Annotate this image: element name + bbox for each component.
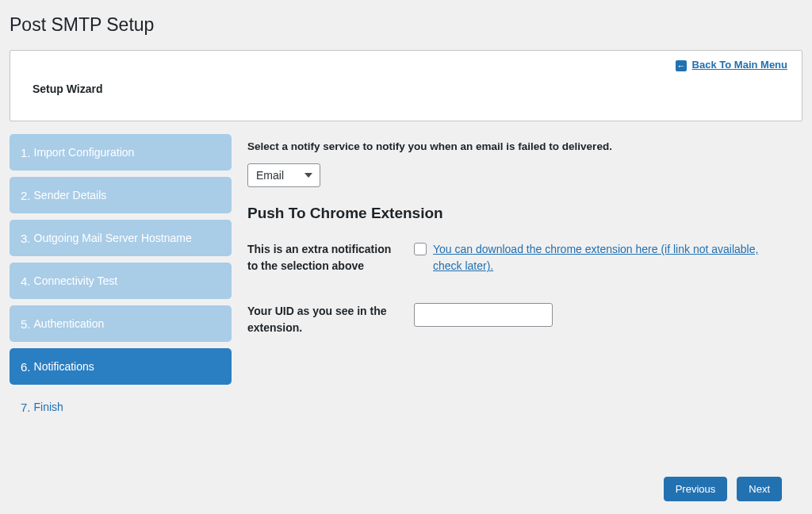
chrome-extension-download-link[interactable]: You can download the chrome extension he…: [433, 241, 779, 274]
step-num: 7.: [21, 401, 31, 414]
step-finish[interactable]: 7. Finish: [10, 391, 232, 423]
instruction-text: Select a notify service to notify you wh…: [247, 140, 779, 152]
step-outgoing-mail-server[interactable]: 3. Outgoing Mail Server Hostname: [10, 220, 232, 256]
uid-label: Your UID as you see in the extension.: [247, 303, 414, 336]
step-num: 6.: [21, 360, 31, 374]
step-authentication[interactable]: 5. Authentication: [10, 305, 232, 342]
step-label: Sender Details: [34, 189, 107, 201]
header-card: ← Back To Main Menu Setup Wizard: [10, 50, 802, 121]
step-num: 1.: [21, 146, 31, 159]
notify-service-select[interactable]: Email: [247, 163, 320, 187]
wizard-steps: 1. Import Configuration 2. Sender Detail…: [10, 134, 232, 429]
section-heading: Push To Chrome Extension: [247, 205, 779, 222]
back-link-wrap: ← Back To Main Menu: [676, 59, 787, 71]
step-label: Outgoing Mail Server Hostname: [34, 232, 192, 244]
previous-button[interactable]: Previous: [664, 477, 728, 501]
step-num: 3.: [21, 232, 31, 245]
step-connectivity-test[interactable]: 4. Connectivity Test: [10, 263, 232, 299]
uid-input[interactable]: [414, 303, 553, 327]
step-sender-details[interactable]: 2. Sender Details: [10, 177, 232, 213]
extra-notification-label: This is an extra notification to the sel…: [247, 241, 414, 274]
step-notifications[interactable]: 6. Notifications: [10, 348, 232, 385]
page-title: Post SMTP Setup: [10, 14, 802, 36]
chrome-extension-checkbox[interactable]: [414, 243, 427, 255]
setup-wizard-label: Setup Wizard: [33, 82, 787, 95]
next-button[interactable]: Next: [737, 477, 782, 501]
back-arrow-icon: ←: [676, 60, 687, 71]
step-label: Finish: [34, 401, 63, 413]
step-label: Notifications: [34, 360, 94, 373]
wizard-content: Select a notify service to notify you wh…: [247, 134, 802, 429]
step-num: 4.: [21, 274, 31, 288]
step-label: Import Configuration: [34, 146, 135, 159]
step-import-configuration[interactable]: 1. Import Configuration: [10, 134, 232, 171]
back-to-main-menu-link[interactable]: Back To Main Menu: [692, 59, 787, 71]
step-label: Connectivity Test: [34, 274, 118, 287]
step-label: Authentication: [34, 317, 105, 330]
step-num: 2.: [21, 189, 31, 202]
footer-buttons: Previous Next: [664, 477, 782, 501]
step-num: 5.: [21, 317, 31, 331]
